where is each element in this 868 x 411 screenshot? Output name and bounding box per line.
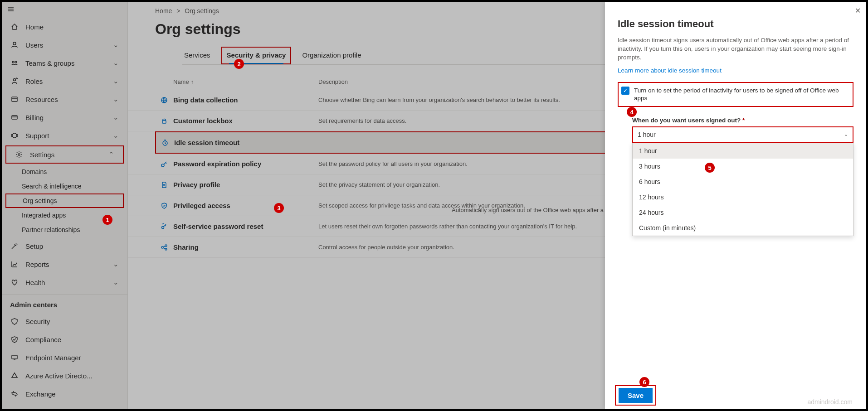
nav-label: Endpoint Manager — [25, 354, 119, 362]
learn-more-link[interactable]: Learn more about idle session timeout — [618, 67, 722, 74]
nav-roles[interactable]: Roles ⌄ — [2, 72, 127, 90]
hamburger-icon[interactable] — [2, 2, 127, 18]
chevron-down-icon: ⌄ — [113, 113, 119, 121]
document-icon — [155, 181, 173, 189]
clock-icon — [156, 139, 174, 146]
required-star: * — [742, 117, 745, 124]
close-icon[interactable]: ✕ — [855, 6, 861, 15]
svg-line-25 — [163, 246, 165, 247]
chevron-down-icon: ⌄ — [844, 131, 848, 137]
toggle-row[interactable]: ✓ Turn on to set the period of inactivit… — [618, 82, 853, 107]
timeout-dropdown[interactable]: 1 hour ⌄ — [632, 126, 853, 143]
svg-point-3 — [13, 42, 16, 45]
exchange-icon — [10, 390, 19, 397]
tab-services[interactable]: Services — [182, 47, 212, 64]
gear-icon — [15, 151, 24, 158]
nav-label: Compliance — [25, 336, 119, 343]
nav-teams[interactable]: Teams & groups ⌄ — [2, 54, 127, 72]
subnav-label: Integrated apps — [22, 212, 66, 219]
svg-point-4 — [12, 61, 14, 63]
sort-asc-icon: ↑ — [191, 79, 194, 85]
share-icon — [155, 244, 173, 251]
shield-icon — [10, 318, 19, 325]
svg-point-6 — [14, 79, 16, 81]
svg-rect-16 — [162, 121, 166, 123]
subnav-label: Search & intelligence — [22, 183, 82, 190]
nav-health[interactable]: Health ⌄ — [2, 273, 127, 291]
row-name: Privileged access — [173, 202, 318, 209]
nav-resources[interactable]: Resources ⌄ — [2, 90, 127, 108]
admin-endpoint[interactable]: Endpoint Manager — [2, 348, 127, 367]
admin-aad[interactable]: Azure Active Directo... — [2, 367, 127, 385]
row-name: Sharing — [173, 243, 318, 251]
admin-compliance[interactable]: Compliance — [2, 330, 127, 348]
svg-point-23 — [165, 245, 167, 247]
chevron-down-icon: ⌄ — [113, 41, 119, 49]
dropdown-option[interactable]: 12 hours — [633, 189, 853, 205]
nav-label: Reports — [25, 261, 113, 268]
nav-users[interactable]: Users ⌄ — [2, 36, 127, 54]
dropdown-option[interactable]: 24 hours — [633, 205, 853, 220]
chevron-down-icon: ⌄ — [113, 59, 119, 67]
subnav-search-intelligence[interactable]: Search & intelligence — [2, 179, 127, 193]
breadcrumb-sep: > — [176, 7, 180, 15]
dropdown-option[interactable]: Custom (in minutes) — [633, 220, 853, 236]
panel-description: Idle session timeout signs users automat… — [618, 36, 853, 62]
users-icon — [10, 41, 19, 48]
dropdown-label: When do you want users signed out? * — [632, 117, 853, 124]
save-button[interactable]: Save — [619, 388, 653, 403]
row-name: Self-service password reset — [173, 222, 318, 230]
nav-billing[interactable]: Billing ⌄ — [2, 108, 127, 126]
checkbox-checked-icon[interactable]: ✓ — [621, 87, 629, 95]
teams-icon — [10, 59, 19, 67]
callout-marker-6: 6 — [639, 377, 649, 387]
heart-icon — [10, 279, 19, 286]
nav-label: Setup — [25, 242, 119, 250]
tab-security-privacy[interactable]: Security & privacy — [221, 47, 292, 64]
side-panel: ✕ Idle session timeout Idle session time… — [605, 2, 866, 409]
chevron-down-icon: ⌄ — [113, 95, 119, 103]
compliance-icon — [10, 336, 19, 343]
key-reset-icon — [155, 223, 173, 230]
lock-icon — [155, 117, 173, 125]
dropdown-option[interactable]: 1 hour — [633, 143, 853, 159]
watermark: admindroid.com — [807, 398, 853, 406]
globe-icon — [155, 97, 173, 104]
subnav-partner[interactable]: Partner relationships — [2, 222, 127, 237]
chevron-up-icon: ⌃ — [108, 150, 115, 159]
nav-support[interactable]: Support ⌄ — [2, 126, 127, 145]
nav-reports[interactable]: Reports ⌄ — [2, 255, 127, 273]
row-name: Idle session timeout — [174, 139, 292, 146]
chevron-down-icon: ⌄ — [113, 278, 119, 286]
nav-settings[interactable]: Settings ⌃ — [5, 145, 124, 164]
dropdown-list: 1 hour 3 hours 6 hours 12 hours 24 hours… — [632, 143, 853, 236]
breadcrumb-current: Org settings — [185, 7, 219, 15]
nav-label: Support — [25, 132, 113, 140]
subnav-domains[interactable]: Domains — [2, 164, 127, 179]
subnav-label: Org settings — [23, 197, 57, 204]
row-name: Bing data collection — [173, 96, 318, 104]
row-name: Password expiration policy — [173, 160, 318, 168]
admin-exchange[interactable]: Exchange — [2, 385, 127, 403]
tab-org-profile[interactable]: Organization profile — [300, 47, 363, 64]
dropdown-option[interactable]: 3 hours — [633, 159, 853, 174]
nav-home[interactable]: Home — [2, 18, 127, 36]
svg-line-26 — [163, 248, 165, 249]
row-name: Customer lockbox — [173, 117, 318, 125]
col-name-header[interactable]: Name↑ — [173, 78, 318, 85]
dropdown-option[interactable]: 6 hours — [633, 174, 853, 189]
chevron-down-icon: ⌄ — [113, 131, 119, 140]
resources-icon — [10, 96, 19, 103]
nav-label: Azure Active Directo... — [25, 372, 119, 380]
shield-check-icon — [155, 202, 173, 209]
subnav-org-settings[interactable]: Org settings — [5, 193, 124, 208]
svg-point-22 — [161, 247, 163, 248]
svg-point-24 — [165, 248, 167, 250]
nav-label: Exchange — [25, 390, 119, 398]
admin-security[interactable]: Security — [2, 312, 127, 330]
breadcrumb-home[interactable]: Home — [155, 7, 172, 15]
nav-label: Home — [25, 23, 119, 31]
chart-icon — [10, 261, 19, 268]
svg-rect-9 — [12, 116, 17, 119]
nav-setup[interactable]: Setup — [2, 237, 127, 255]
